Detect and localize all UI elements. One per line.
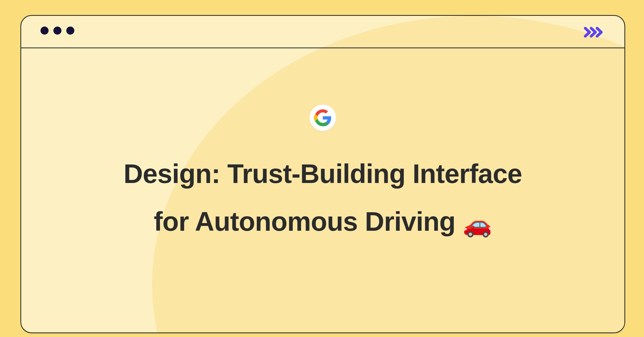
- window-traffic-lights: [41, 27, 74, 35]
- google-logo-icon: [314, 109, 332, 127]
- page-heading: Design: Trust-Building Interface for Aut…: [43, 150, 603, 246]
- window-dot[interactable]: [66, 27, 74, 35]
- logo-badge: [310, 105, 336, 131]
- car-emoji-icon: 🚗: [463, 211, 492, 237]
- heading-line-2: for Autonomous Driving: [154, 206, 463, 236]
- window-dot[interactable]: [53, 27, 61, 35]
- heading-line-1: Design: Trust-Building Interface: [124, 159, 522, 189]
- content-area: Design: Trust-Building Interface for Aut…: [21, 48, 624, 246]
- window-titlebar: [21, 16, 624, 48]
- app-window: Design: Trust-Building Interface for Aut…: [20, 15, 625, 333]
- window-dot[interactable]: [41, 27, 49, 35]
- double-chevron-right-icon[interactable]: [584, 27, 605, 39]
